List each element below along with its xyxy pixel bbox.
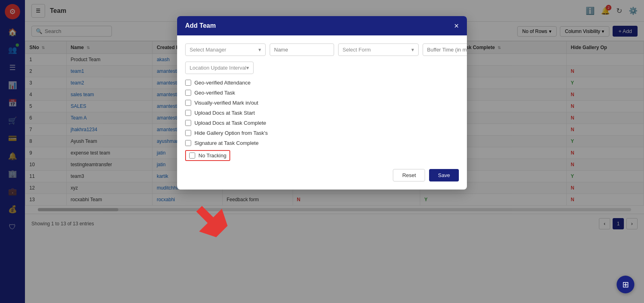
checkbox-upload-complete[interactable]: Upload Docs at Task Complete xyxy=(185,120,459,126)
modal-close-button[interactable]: × xyxy=(454,22,459,30)
modal-footer: Reset Save xyxy=(185,169,459,181)
checkbox-geo-task[interactable]: Geo-verified Task xyxy=(185,90,459,96)
name-input[interactable] xyxy=(270,43,334,56)
checkbox-visually-verified[interactable]: Visually-verified Mark in/out xyxy=(185,100,459,106)
location-update-dropdown[interactable]: Location Update Interval ▾ xyxy=(185,62,254,74)
modal-overlay: Add Team × Select Manager ▾ Select Form … xyxy=(0,0,644,303)
checkbox-upload-start[interactable]: Upload Docs at Task Start xyxy=(185,110,459,116)
modal-title: Add Team xyxy=(185,22,216,29)
location-update-label: Location Update Interval xyxy=(190,65,246,71)
geo-attendance-checkbox[interactable] xyxy=(185,80,191,86)
select-manager-label: Select Manager xyxy=(190,47,226,53)
form-row-1: Select Manager ▾ Select Form ▾ xyxy=(185,43,459,56)
floating-grid-button[interactable]: ⊞ xyxy=(617,276,634,293)
form-row-2: Location Update Interval ▾ xyxy=(185,62,459,74)
checkbox-signature[interactable]: Signature at Task Complete xyxy=(185,140,459,146)
signature-checkbox[interactable] xyxy=(185,140,191,146)
select-manager-dropdown[interactable]: Select Manager ▾ xyxy=(185,43,266,56)
chevron-down-icon: ▾ xyxy=(258,47,261,53)
no-tracking-highlight: No Tracking xyxy=(185,150,230,161)
select-form-label: Select Form xyxy=(343,47,371,53)
visually-verified-checkbox[interactable] xyxy=(185,100,191,106)
save-button[interactable]: Save xyxy=(429,169,459,181)
geo-task-checkbox[interactable] xyxy=(185,90,191,96)
reset-button[interactable]: Reset xyxy=(393,169,425,181)
checkbox-geo-attendance[interactable]: Geo-verified Attendance xyxy=(185,80,459,86)
chevron-down-icon: ▾ xyxy=(246,65,249,71)
red-arrow-annotation xyxy=(193,197,233,239)
svg-marker-0 xyxy=(193,198,233,237)
hide-gallery-checkbox[interactable] xyxy=(185,130,191,136)
upload-complete-checkbox[interactable] xyxy=(185,120,191,126)
chevron-down-icon: ▾ xyxy=(411,47,414,53)
add-team-modal: Add Team × Select Manager ▾ Select Form … xyxy=(177,16,467,190)
checkbox-hide-gallery[interactable]: Hide Gallery Option from Task's xyxy=(185,130,459,136)
no-tracking-checkbox[interactable] xyxy=(189,153,195,159)
modal-header: Add Team × xyxy=(177,16,467,35)
buffer-time-input[interactable] xyxy=(423,43,467,56)
select-form-dropdown[interactable]: Select Form ▾ xyxy=(338,43,419,56)
modal-body: Select Manager ▾ Select Form ▾ Location … xyxy=(177,35,467,190)
checkbox-list: Geo-verified Attendance Geo-verified Tas… xyxy=(185,80,459,161)
checkbox-no-tracking[interactable]: No Tracking xyxy=(185,150,459,161)
upload-start-checkbox[interactable] xyxy=(185,110,191,116)
